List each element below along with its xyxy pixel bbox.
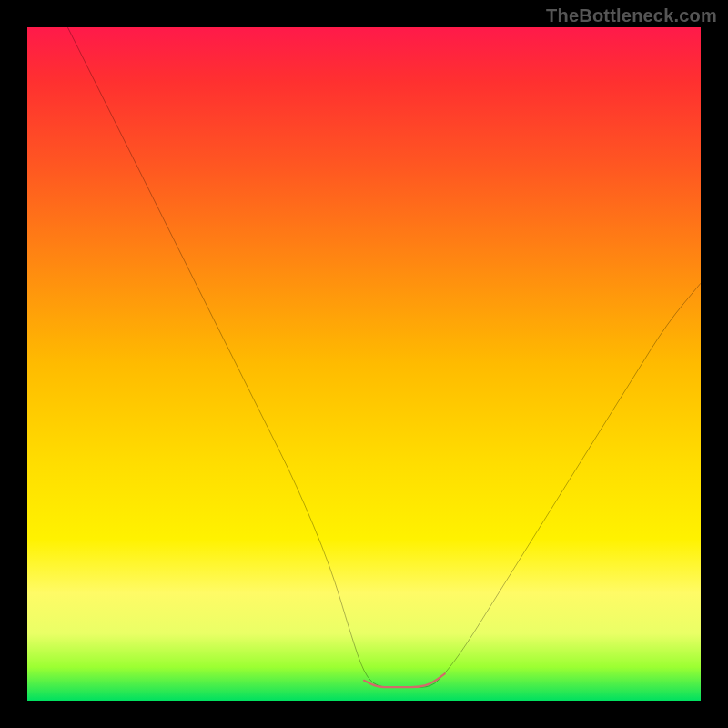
watermark-text: TheBottleneck.com xyxy=(546,5,717,26)
floor-band xyxy=(364,673,445,687)
chart-svg xyxy=(27,27,701,701)
plot-area xyxy=(27,27,701,701)
bottleneck-curve xyxy=(67,27,701,687)
chart-container: TheBottleneck.com xyxy=(0,0,728,728)
